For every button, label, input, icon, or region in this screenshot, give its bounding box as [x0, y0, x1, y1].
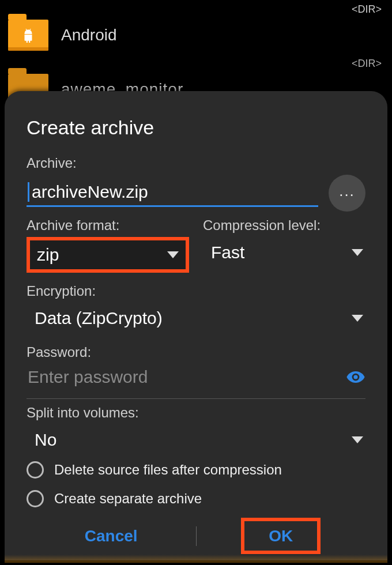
split-label: Split into volumes:: [27, 405, 365, 421]
file-row[interactable]: Android <DIR>: [0, 20, 392, 51]
archive-name-value: archiveNew.zip: [32, 182, 148, 202]
chevron-down-icon: [352, 315, 363, 322]
ok-button[interactable]: OK: [241, 518, 321, 554]
password-input[interactable]: Enter password: [27, 364, 338, 390]
separate-archive-label: Create separate archive: [54, 491, 202, 507]
radio-icon: [27, 490, 44, 507]
compression-label: Compression level:: [203, 217, 365, 233]
chevron-down-icon: [352, 436, 363, 443]
radio-icon: [27, 461, 44, 479]
dir-tag: <DIR>: [352, 3, 382, 16]
dir-tag: <DIR>: [352, 58, 382, 70]
split-value: No: [35, 430, 56, 450]
browse-button[interactable]: ...: [329, 175, 365, 212]
encryption-label: Encryption:: [27, 283, 365, 299]
folder-icon: [8, 20, 48, 51]
divider: [27, 398, 365, 399]
separate-archive-option[interactable]: Create separate archive: [27, 484, 365, 513]
cancel-button[interactable]: Cancel: [27, 519, 196, 553]
bottom-edge-hint: [5, 555, 387, 563]
split-volumes-select[interactable]: No: [27, 424, 365, 455]
encryption-select[interactable]: Data (ZipCrypto): [27, 303, 365, 334]
format-value: zip: [37, 245, 59, 265]
password-label: Password:: [27, 344, 365, 360]
encryption-value: Data (ZipCrypto): [35, 308, 163, 328]
compression-level-select[interactable]: Fast: [203, 237, 365, 268]
delete-source-label: Delete source files after compression: [54, 462, 282, 478]
archive-label: Archive:: [27, 155, 365, 171]
android-icon: [21, 27, 36, 44]
compression-value: Fast: [211, 243, 244, 262]
dialog-title: Create archive: [27, 116, 365, 139]
archive-format-select[interactable]: zip: [27, 237, 189, 273]
chevron-down-icon: [167, 251, 179, 258]
archive-name-input[interactable]: archiveNew.zip: [27, 182, 318, 207]
ellipsis-icon: ...: [339, 182, 355, 200]
format-label: Archive format:: [27, 217, 189, 233]
create-archive-dialog: Create archive Archive: archiveNew.zip .…: [5, 91, 387, 560]
text-cursor: [28, 182, 29, 202]
delete-source-option[interactable]: Delete source files after compression: [27, 455, 365, 484]
ok-button-container[interactable]: OK: [197, 519, 366, 553]
chevron-down-icon: [352, 249, 363, 256]
file-name: Android: [61, 26, 117, 44]
eye-icon[interactable]: [346, 367, 365, 387]
